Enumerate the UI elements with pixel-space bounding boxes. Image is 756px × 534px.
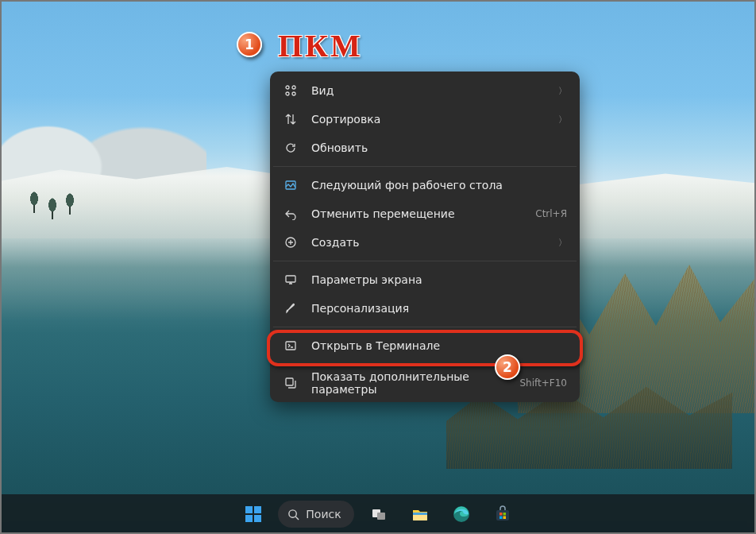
- desktop-wallpaper[interactable]: 1 ПКМ Вид 〉 Сортировка 〉 Обновить: [0, 0, 756, 534]
- ctx-item-label: Персонализация: [311, 302, 567, 315]
- svg-rect-17: [413, 513, 427, 515]
- annotation-badge-1-text: 1: [245, 37, 254, 52]
- ctx-item-refresh[interactable]: Обновить: [270, 134, 580, 162]
- svg-rect-15: [377, 513, 385, 520]
- file-explorer-icon: [411, 505, 429, 523]
- taskbar-search[interactable]: Поиск: [278, 501, 353, 528]
- taskbar-search-label: Поиск: [306, 508, 341, 520]
- ctx-item-show-more-options[interactable]: Показать дополнительные параметры Shift+…: [270, 369, 580, 397]
- svg-rect-23: [503, 517, 506, 520]
- svg-point-2: [286, 92, 289, 95]
- ctx-item-label: Открыть в Терминале: [311, 339, 567, 352]
- refresh-icon: [283, 140, 299, 156]
- chevron-right-icon: 〉: [558, 237, 567, 249]
- edge-icon: [453, 505, 470, 523]
- svg-rect-22: [499, 517, 503, 520]
- svg-rect-21: [503, 513, 506, 516]
- wallpaper-tree: [28, 191, 40, 215]
- show-more-icon: [283, 375, 299, 391]
- file-explorer-button[interactable]: [403, 497, 437, 531]
- ctx-item-label: Сортировка: [311, 113, 550, 126]
- ctx-separator: [273, 166, 577, 167]
- ctx-item-display-settings[interactable]: Параметры экрана: [270, 265, 580, 294]
- svg-point-1: [292, 86, 295, 89]
- store-icon: [494, 505, 511, 523]
- personalize-icon: [283, 300, 299, 316]
- search-icon: [287, 509, 299, 520]
- wallpaper-tree: [64, 192, 76, 216]
- annotation-label: ПКМ: [278, 27, 363, 64]
- terminal-icon: [283, 338, 299, 354]
- wallpaper-icon: [283, 177, 299, 193]
- new-icon: [283, 234, 299, 250]
- svg-rect-8: [286, 378, 293, 385]
- ctx-shortcut: Ctrl+Я: [535, 208, 567, 219]
- display-icon: [283, 272, 299, 288]
- svg-point-3: [292, 92, 295, 95]
- view-grid-icon: [283, 83, 299, 99]
- ctx-item-view[interactable]: Вид 〉: [270, 76, 580, 105]
- svg-rect-19: [496, 510, 509, 520]
- task-view-icon: [371, 506, 387, 522]
- ctx-item-label: Показать дополнительные параметры: [311, 370, 511, 396]
- ctx-item-sort[interactable]: Сортировка 〉: [270, 105, 580, 134]
- annotation-badge-1: 1: [237, 32, 262, 57]
- taskbar: Поиск: [0, 494, 756, 534]
- ctx-item-label: Создать: [311, 236, 550, 249]
- svg-rect-20: [499, 513, 503, 516]
- svg-rect-10: [254, 506, 261, 513]
- svg-rect-6: [286, 276, 295, 282]
- annotation-badge-2: 2: [495, 354, 520, 380]
- ctx-item-label: Обновить: [311, 141, 567, 154]
- sort-icon: [283, 111, 299, 127]
- ctx-separator: [273, 261, 577, 261]
- microsoft-store-button[interactable]: [486, 497, 519, 531]
- svg-rect-12: [254, 515, 261, 522]
- ctx-item-label: Отменить перемещение: [311, 207, 527, 220]
- ctx-item-personalize[interactable]: Персонализация: [270, 294, 580, 323]
- svg-rect-11: [245, 515, 253, 522]
- svg-rect-9: [245, 506, 253, 513]
- annotation-badge-2-text: 2: [503, 359, 512, 375]
- ctx-item-next-background[interactable]: Следующий фон рабочего стола: [270, 171, 580, 199]
- ctx-item-label: Параметры экрана: [311, 273, 567, 286]
- windows-logo-icon: [245, 505, 262, 523]
- undo-icon: [283, 206, 299, 222]
- wallpaper-tree: [46, 197, 59, 221]
- svg-point-13: [289, 509, 296, 517]
- ctx-separator: [273, 364, 577, 365]
- svg-rect-7: [286, 342, 295, 350]
- task-view-button[interactable]: [362, 497, 395, 531]
- start-button[interactable]: [237, 497, 270, 531]
- ctx-item-new[interactable]: Создать 〉: [270, 228, 580, 257]
- ctx-shortcut: Shift+F10: [519, 377, 567, 389]
- svg-point-0: [286, 86, 289, 89]
- edge-button[interactable]: [445, 497, 478, 531]
- ctx-item-undo-move[interactable]: Отменить перемещение Ctrl+Я: [270, 199, 580, 228]
- desktop-context-menu: Вид 〉 Сортировка 〉 Обновить Следующий фо…: [270, 72, 580, 402]
- ctx-separator: [273, 327, 577, 327]
- ctx-item-label: Следующий фон рабочего стола: [311, 179, 567, 192]
- ctx-item-label: Вид: [311, 84, 550, 97]
- chevron-right-icon: 〉: [558, 114, 567, 126]
- chevron-right-icon: 〉: [558, 85, 567, 97]
- ctx-item-open-terminal[interactable]: Открыть в Терминале: [270, 331, 580, 360]
